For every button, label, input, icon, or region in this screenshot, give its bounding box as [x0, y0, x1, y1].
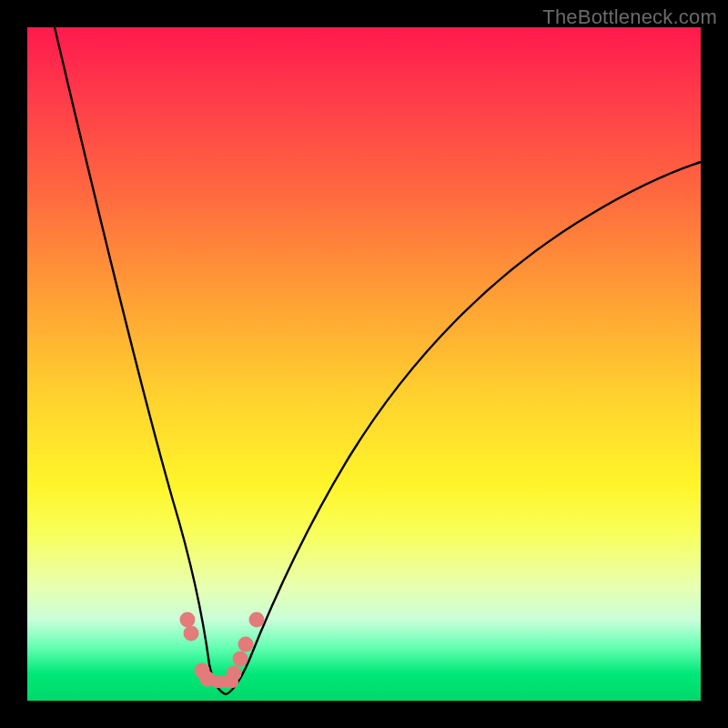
marker-dot: [180, 612, 196, 628]
curve-right-branch: [226, 162, 701, 694]
marker-dot: [227, 666, 242, 682]
marker-dot: [249, 612, 265, 628]
marker-dot: [233, 652, 248, 667]
bottleneck-curve-svg: [27, 27, 701, 701]
curve-left-branch: [55, 27, 226, 694]
watermark-text: TheBottleneck.com: [542, 5, 717, 29]
marker-cluster: [180, 612, 265, 689]
marker-dot: [184, 626, 199, 642]
chart-plot-area: [27, 27, 701, 701]
marker-dot: [238, 637, 254, 652]
